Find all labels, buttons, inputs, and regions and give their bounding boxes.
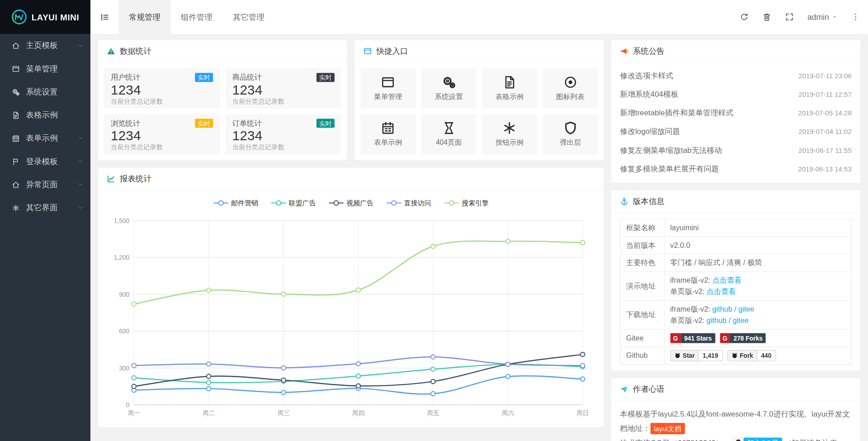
sidebar-item-表格示例[interactable]: 表格示例: [0, 104, 90, 127]
quick-entry-label: 菜单管理: [374, 92, 402, 102]
shield-icon: [563, 121, 577, 135]
github-icon: [674, 352, 681, 359]
github-badge[interactable]: Star1,419: [670, 350, 723, 361]
chevron-down-icon: [77, 205, 84, 211]
announcement-panel: 系统公告 修改选项卡样式2019-07-11 23:06新增系统404模板201…: [611, 40, 861, 184]
announcement-date: 2019-07-11 23:06: [798, 71, 851, 80]
legend-item[interactable]: 直接访问: [386, 198, 431, 208]
svg-text:1,500: 1,500: [114, 218, 130, 224]
gears-icon: [442, 75, 456, 89]
github-badge-label: Fork: [740, 352, 753, 360]
version-link-line: 单页版-v2: github / gitee: [670, 315, 846, 326]
legend-marker-icon: [443, 199, 459, 206]
quick-entry-404页面[interactable]: 404页面: [421, 114, 476, 155]
svg-text:周二: 周二: [203, 410, 215, 417]
announcement-item[interactable]: 新增系统404模板2019-07-11 12:57: [620, 85, 852, 104]
announcement-date: 2019-06-13 14:53: [798, 165, 851, 173]
fullscreen-button[interactable]: [785, 13, 794, 22]
report-panel: 报表统计 邮件营销联盟广告视频广告直接访问搜索引擎 03006009001,20…: [98, 167, 604, 427]
quick-entry-表单示例[interactable]: 表单示例: [361, 114, 416, 155]
sidebar-item-异常页面[interactable]: 异常页面: [0, 173, 90, 196]
announcement-text: 修改选项卡样式: [620, 71, 792, 81]
legend-item[interactable]: 邮件营销: [213, 198, 258, 208]
clear-cache-button[interactable]: [762, 13, 771, 22]
sidebar-item-label: 表单示例: [26, 133, 78, 143]
svg-text:周六: 周六: [502, 410, 514, 417]
version-row-value: Star1,419Fork440: [664, 347, 851, 365]
version-link[interactable]: gitee: [733, 316, 749, 325]
version-row-value: 零门槛 / 响应式 / 清爽 / 极简: [664, 254, 851, 272]
sidebar-toggle-button[interactable]: [90, 0, 119, 34]
gitee-badge[interactable]: G941 Stars: [670, 333, 715, 343]
github-badge[interactable]: Fork440: [727, 350, 776, 361]
announcement-item[interactable]: 修复多模块菜单栏展开有问题2019-06-13 14:53: [620, 160, 852, 178]
quick-entry-label: 弹出层: [560, 138, 581, 147]
quick-entry-label: 404页面: [436, 138, 462, 147]
svg-text:周一: 周一: [128, 410, 141, 417]
left-column: 数据统计 用户统计实时1234当前分类总记录数商品统计实时1234当前分类总记录…: [98, 40, 604, 428]
quick-entry-表格示例[interactable]: 表格示例: [482, 68, 537, 109]
version-link[interactable]: 点击查看: [712, 276, 742, 285]
stat-card-header: 商品统计实时: [232, 72, 335, 82]
version-line-prefix: iframe版-v2:: [670, 305, 712, 313]
quick-entry-按钮示例[interactable]: 按钮示例: [482, 114, 537, 155]
flag-icon: [11, 157, 20, 166]
stat-card: 商品统计实时1234当前分类总记录数: [226, 68, 341, 109]
header-tab[interactable]: 组件管理: [171, 0, 223, 34]
announcement-panel-header: 系统公告: [612, 40, 860, 63]
version-row: 框架名称layuimini: [620, 219, 851, 237]
realtime-badge: 实时: [195, 73, 213, 82]
announcement-item[interactable]: 新增treetable插件和菜单管理样式2019-07-05 14:28: [620, 104, 852, 122]
github-badge-count: 1,419: [699, 351, 722, 361]
sidebar-item-其它界面[interactable]: 其它界面: [0, 196, 90, 219]
user-menu[interactable]: admin: [807, 13, 837, 22]
realtime-badge: 实时: [316, 119, 335, 128]
version-link[interactable]: 点击查看: [707, 287, 736, 296]
version-link[interactable]: github: [707, 316, 726, 325]
refresh-button[interactable]: [740, 13, 749, 22]
layui-doc-badge[interactable]: layui文档: [651, 423, 685, 434]
quick-panel: 快捷入口 菜单管理系统设置表格示例图标列表表单示例404页面按钮示例弹出层: [354, 40, 604, 161]
version-row-label: 框架名称: [620, 219, 665, 237]
more-button[interactable]: [851, 13, 860, 22]
sidebar-item-主页模板[interactable]: 主页模板: [0, 34, 90, 57]
link-separator: /: [732, 305, 739, 313]
legend-item[interactable]: 搜索引擎: [443, 198, 489, 208]
sidebar-item-登录模板[interactable]: 登录模板: [0, 150, 90, 173]
legend-item[interactable]: 联盟广告: [271, 198, 316, 208]
quick-entry-图标列表[interactable]: 图标列表: [543, 68, 598, 109]
join-qq-badge[interactable]: 加入QQ群: [733, 438, 783, 441]
announcement-item[interactable]: 修复左侧菜单缩放tab无法移动2019-06-17 11:55: [620, 141, 852, 159]
legend-label: 视频广告: [346, 198, 373, 208]
right-column: 系统公告 修改选项卡样式2019-07-11 23:06新增系统404模板201…: [611, 40, 861, 441]
report-chart-svg: 03006009001,2001,500周一周二周三周四周五周六周日: [107, 212, 596, 422]
quick-entry-系统设置[interactable]: 系统设置: [421, 68, 476, 109]
sidebar-item-菜单管理[interactable]: 菜单管理: [0, 57, 90, 80]
version-row-value: iframe版-v2: 点击查看单页版-v2: 点击查看: [664, 272, 851, 301]
announcement-item[interactable]: 修改选项卡样式2019-07-11 23:06: [620, 66, 852, 85]
legend-item[interactable]: 视频广告: [328, 198, 373, 208]
stat-value: 1234: [111, 128, 213, 142]
chevron-down-icon: [77, 181, 84, 188]
header-tab[interactable]: 常规管理: [119, 0, 171, 34]
announcement-item[interactable]: 修改logo缩放问题2019-07-04 11:02: [620, 122, 852, 141]
sidebar-item-系统设置[interactable]: 系统设置: [0, 81, 90, 104]
version-link[interactable]: github: [712, 305, 732, 313]
app-root: LAYUI MINI 常规管理组件管理其它管理 admin 主页模板菜单管理系统…: [0, 0, 868, 441]
legend-marker-icon: [213, 199, 229, 206]
main-content: 数据统计 用户统计实时1234当前分类总记录数商品统计实时1234当前分类总记录…: [90, 34, 868, 441]
window-icon: [363, 47, 372, 56]
chart-legend: 邮件营销联盟广告视频广告直接访问搜索引擎: [99, 198, 604, 209]
sidebar-item-label: 表格示例: [26, 110, 84, 120]
version-link[interactable]: gitee: [738, 305, 754, 313]
quick-entry-弹出层[interactable]: 弹出层: [543, 114, 598, 155]
legend-marker-icon: [328, 199, 344, 206]
quick-entry-label: 表格示例: [495, 92, 524, 102]
sidebar: 主页模板菜单管理系统设置表格示例表单示例登录模板异常页面其它界面: [0, 34, 90, 441]
gitee-badge[interactable]: G278 Forks: [720, 333, 766, 343]
quick-entry-菜单管理[interactable]: 菜单管理: [361, 68, 416, 109]
sidebar-item-表单示例[interactable]: 表单示例: [0, 127, 90, 150]
stats-panel-header: 数据统计: [99, 40, 347, 63]
header-tab[interactable]: 其它管理: [223, 0, 275, 34]
author-panel: 作者心语 本模板基于layui2.5.4以及font-awesome-4.7.0…: [611, 378, 861, 441]
